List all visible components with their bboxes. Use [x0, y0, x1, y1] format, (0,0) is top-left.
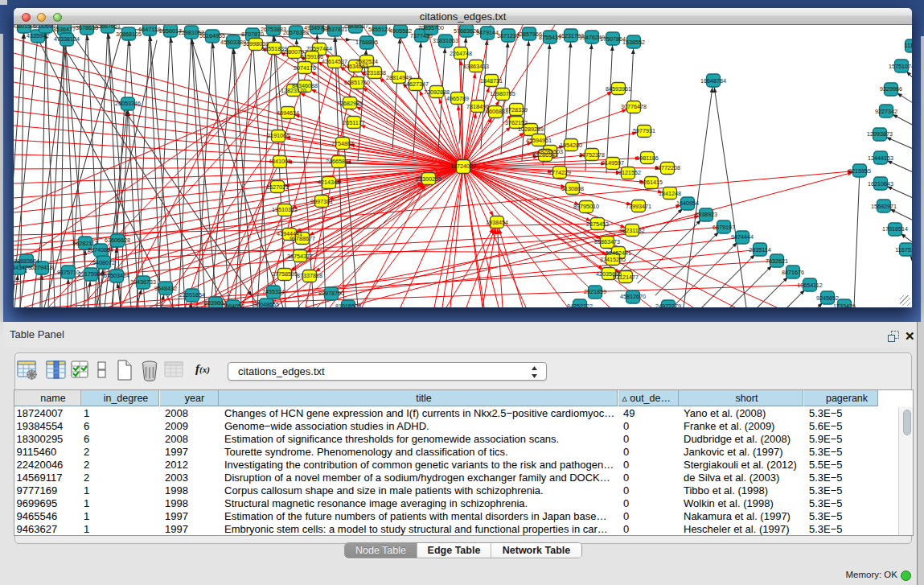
svg-text:6647119: 6647119 — [138, 26, 160, 33]
svg-text:7754864: 7754864 — [331, 140, 354, 147]
svg-text:3684052: 3684052 — [222, 303, 244, 307]
svg-text:2921859: 2921859 — [584, 288, 606, 295]
svg-text:1938454: 1938454 — [486, 219, 508, 226]
svg-text:7774229: 7774229 — [548, 169, 571, 176]
svg-text:10289289: 10289289 — [518, 126, 544, 133]
svg-text:9329966: 9329966 — [880, 85, 902, 93]
svg-text:8536477: 8536477 — [53, 26, 76, 33]
svg-text:16648784: 16648784 — [700, 77, 726, 84]
svg-text:8231838: 8231838 — [363, 69, 386, 76]
svg-text:2651177: 2651177 — [343, 119, 364, 126]
svg-text:7728339: 7728339 — [505, 106, 528, 113]
svg-text:1640954: 1640954 — [676, 200, 699, 207]
svg-text:1841248: 1841248 — [659, 190, 681, 197]
svg-text:45594951: 45594951 — [526, 137, 552, 144]
svg-text:63843426: 63843426 — [14, 264, 31, 271]
svg-text:83863413: 83863413 — [463, 63, 489, 70]
svg-text:5159166: 5159166 — [301, 53, 323, 60]
svg-text:5479144: 5479144 — [476, 29, 499, 36]
svg-text:10654112: 10654112 — [797, 282, 822, 289]
svg-text:2074176: 2074176 — [294, 64, 316, 72]
svg-text:39436733: 39436733 — [130, 278, 156, 286]
svg-text:63121477: 63121477 — [613, 274, 639, 281]
svg-text:72682989: 72682989 — [337, 100, 363, 107]
svg-text:98231132: 98231132 — [619, 227, 644, 234]
svg-text:9997381: 9997381 — [310, 198, 333, 205]
svg-text:1527021: 1527021 — [266, 183, 289, 191]
svg-text:28740864: 28740864 — [88, 246, 113, 253]
svg-text:1167533: 1167533 — [895, 246, 912, 253]
svg-text:8215955: 8215955 — [848, 167, 871, 175]
svg-text:20752378: 20752378 — [579, 151, 605, 159]
svg-text:84346088: 84346088 — [292, 82, 318, 89]
svg-text:18724007: 18724007 — [450, 163, 476, 170]
svg-text:99788677: 99788677 — [290, 235, 315, 242]
svg-text:84252722: 84252722 — [567, 303, 593, 307]
svg-text:5977931: 5977931 — [633, 127, 655, 134]
svg-text:15751074: 15751074 — [889, 63, 912, 70]
svg-text:1954280: 1954280 — [560, 142, 582, 149]
svg-text:5408072: 5408072 — [92, 259, 115, 266]
svg-text:19121552: 19121552 — [615, 169, 641, 176]
svg-text:89978790: 89978790 — [318, 290, 344, 297]
svg-text:6261415: 6261415 — [640, 179, 663, 186]
svg-text:22201654: 22201654 — [179, 291, 205, 299]
svg-text:1538552: 1538552 — [622, 39, 645, 46]
svg-text:1768805: 1768805 — [355, 39, 378, 46]
svg-text:66851760: 66851760 — [344, 79, 370, 86]
svg-text:73993471: 73993471 — [626, 203, 651, 210]
svg-text:81286543: 81286543 — [532, 151, 558, 159]
svg-text:11122: 11122 — [905, 42, 912, 49]
svg-text:9474444: 9474444 — [731, 233, 754, 241]
svg-text:2582524: 2582524 — [355, 58, 378, 65]
svg-text:2375453: 2375453 — [586, 220, 609, 228]
svg-text:2935114: 2935114 — [749, 246, 770, 253]
svg-text:30776478: 30776478 — [621, 103, 647, 110]
svg-text:9375710: 9375710 — [57, 269, 80, 276]
svg-text:2264748: 2264748 — [450, 50, 472, 57]
svg-text:7632621: 7632621 — [766, 257, 788, 265]
svg-text:4214348: 4214348 — [318, 179, 340, 186]
svg-text:29175900: 29175900 — [78, 270, 104, 278]
svg-text:6879197: 6879197 — [713, 224, 735, 231]
svg-text:19510312: 19510312 — [272, 206, 298, 213]
svg-text:45812670: 45812670 — [620, 293, 646, 300]
svg-text:17016514: 17016514 — [882, 225, 908, 233]
svg-text:90048665: 90048665 — [253, 301, 279, 307]
svg-text:24972279: 24972279 — [655, 303, 681, 307]
svg-text:85863473: 85863473 — [594, 238, 620, 245]
svg-text:35808537: 35808537 — [343, 25, 368, 30]
svg-text:5130808: 5130808 — [561, 185, 584, 192]
svg-text:1733426: 1733426 — [833, 303, 856, 307]
svg-text:7455324: 7455324 — [262, 288, 285, 295]
svg-text:4694634: 4694634 — [277, 109, 299, 117]
svg-text:26053346: 26053346 — [115, 100, 141, 107]
svg-text:24665841: 24665841 — [326, 158, 351, 165]
svg-text:70855700: 70855700 — [418, 25, 444, 31]
svg-text:63606628: 63606628 — [105, 237, 130, 244]
svg-text:47338124: 47338124 — [54, 35, 80, 43]
svg-text:31831063: 31831063 — [433, 37, 458, 44]
svg-text:4965789: 4965789 — [446, 95, 469, 102]
svg-text:9245652: 9245652 — [816, 295, 839, 302]
svg-text:7377459: 7377459 — [410, 32, 433, 39]
svg-text:4905582: 4905582 — [389, 27, 412, 35]
svg-text:1981186: 1981186 — [636, 154, 658, 162]
svg-text:34627347: 34627347 — [403, 80, 429, 88]
svg-text:89795010: 89795010 — [573, 203, 599, 210]
svg-text:9227342: 9227342 — [875, 108, 897, 115]
svg-text:8938923: 8938923 — [695, 211, 717, 218]
svg-text:2149597: 2149597 — [602, 159, 624, 167]
svg-text:82772208: 82772208 — [655, 164, 680, 171]
svg-text:37415205: 37415205 — [600, 256, 626, 263]
svg-text:12444153: 12444153 — [868, 154, 893, 162]
svg-text:87337818: 87337818 — [297, 272, 322, 279]
svg-text:70597444: 70597444 — [306, 45, 332, 52]
svg-text:15692971: 15692971 — [871, 203, 897, 210]
svg-text:30868105: 30868105 — [116, 31, 142, 38]
svg-text:38754377: 38754377 — [287, 253, 313, 260]
svg-text:11980765: 11980765 — [490, 90, 515, 97]
svg-text:5855124: 5855124 — [368, 26, 391, 33]
svg-text:81016525: 81016525 — [335, 303, 361, 307]
svg-text:67503414: 67503414 — [104, 272, 129, 279]
